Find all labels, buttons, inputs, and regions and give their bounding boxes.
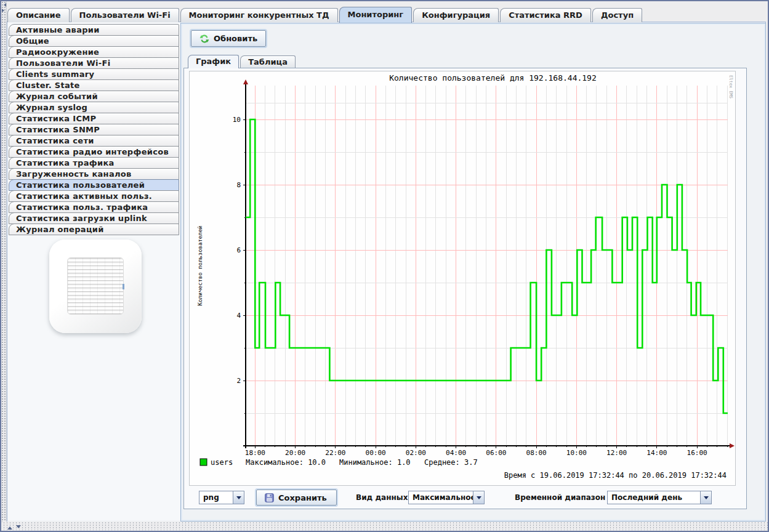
svg-text:22:00: 22:00 bbox=[325, 449, 345, 457]
device-led bbox=[123, 284, 124, 289]
splitter-expand-right-icon[interactable] bbox=[2, 9, 6, 12]
svg-text:02:00: 02:00 bbox=[406, 449, 426, 457]
legend-min: Минимальное: 1.0 bbox=[339, 458, 411, 467]
sidebar-list: Активные аварииОбщиеРадиоокружениеПользо… bbox=[8, 23, 180, 235]
sidebar-item-12[interactable]: Статистика радио интерфейсов bbox=[9, 146, 179, 158]
tab-graph[interactable]: График bbox=[188, 55, 239, 68]
time-range-select-value: Последний день bbox=[608, 493, 700, 502]
data-view-label: Вид данных bbox=[356, 493, 408, 502]
top-tab-4[interactable]: Мониторинг bbox=[339, 7, 413, 23]
splitter-down-icon[interactable] bbox=[16, 525, 21, 531]
svg-text:04:00: 04:00 bbox=[446, 449, 466, 457]
graph-tab-content: 18:0020:0022:0000:0002:0004:0006:0008:00… bbox=[183, 68, 747, 509]
svg-text:18:00: 18:00 bbox=[245, 449, 265, 457]
chevron-down-icon bbox=[704, 496, 709, 502]
splitter-collapse-left-icon[interactable] bbox=[2, 3, 6, 7]
users-series-line bbox=[246, 119, 728, 413]
status-bar bbox=[2, 522, 768, 530]
time-range-label: Временной диапазон bbox=[515, 493, 605, 502]
refresh-button[interactable]: Обновить bbox=[191, 30, 266, 47]
chart-controls: png bbox=[184, 490, 746, 508]
vertical-splitter[interactable] bbox=[1, 1, 7, 522]
save-button[interactable]: Сохранить bbox=[256, 490, 337, 506]
sidebar-item-17[interactable]: Статистика польз. трафика bbox=[9, 201, 179, 213]
top-tab-1[interactable]: Описание bbox=[7, 8, 70, 22]
chevron-down-icon bbox=[477, 496, 481, 502]
chevron-down-icon bbox=[236, 496, 241, 502]
svg-text:12:00: 12:00 bbox=[606, 449, 627, 457]
sidebar-item-9[interactable]: Статистика ICMP bbox=[9, 113, 179, 124]
svg-text:2: 2 bbox=[236, 377, 241, 385]
time-range-dropdown-button[interactable] bbox=[700, 491, 711, 504]
data-view-select-value: Максимальное bbox=[409, 493, 473, 502]
data-view-select[interactable]: Максимальное bbox=[408, 491, 485, 504]
splitter-up-icon[interactable] bbox=[7, 524, 12, 530]
sidebar-item-13[interactable]: Статистика трафика bbox=[9, 157, 179, 169]
format-select[interactable]: png bbox=[199, 491, 244, 504]
view-tab-bar: График Таблица bbox=[188, 55, 296, 68]
device-image bbox=[49, 240, 142, 333]
svg-text:10:00: 10:00 bbox=[566, 449, 587, 457]
tab-table[interactable]: Таблица bbox=[240, 55, 296, 68]
format-select-value: png bbox=[199, 493, 233, 502]
monitoring-panel: Обновить График Таблица 18:0020:0022:000… bbox=[180, 23, 766, 522]
svg-text:06:00: 06:00 bbox=[486, 449, 506, 457]
chart-ylabel: Количество пользователей bbox=[197, 225, 203, 305]
save-icon bbox=[265, 493, 274, 502]
svg-text:10: 10 bbox=[233, 116, 241, 124]
sidebar: Активные аварииОбщиеРадиоокружениеПользо… bbox=[8, 23, 180, 520]
svg-text:6: 6 bbox=[236, 246, 241, 254]
svg-text:16:00: 16:00 bbox=[687, 449, 707, 457]
svg-text:4: 4 bbox=[236, 312, 241, 320]
svg-text:20:00: 20:00 bbox=[285, 449, 305, 457]
sidebar-item-18[interactable]: Статистика загрузки uplink bbox=[9, 212, 179, 224]
time-range-select[interactable]: Последний день bbox=[607, 491, 712, 504]
sidebar-item-19[interactable]: Журнал операций bbox=[9, 224, 179, 235]
top-tab-bar: ОписаниеПользователи Wi-FiМониторинг кон… bbox=[7, 6, 642, 22]
sidebar-item-8[interactable]: Журнал syslog bbox=[9, 102, 179, 113]
sidebar-item-16[interactable]: Статистика активных польз. bbox=[9, 190, 179, 202]
legend-series-name: users bbox=[211, 458, 233, 467]
svg-text:00:00: 00:00 bbox=[366, 449, 386, 457]
app-window: ОписаниеПользователи Wi-FiМониторинг кон… bbox=[0, 0, 769, 532]
data-view-dropdown-button[interactable] bbox=[473, 491, 484, 504]
sidebar-item-7[interactable]: Журнал событий bbox=[9, 91, 179, 102]
top-tab-5[interactable]: Конфигурация bbox=[413, 8, 499, 22]
sidebar-item-15[interactable]: Статистика пользователей bbox=[9, 179, 179, 191]
svg-text:8: 8 bbox=[236, 181, 241, 189]
sidebar-item-3[interactable]: Радиоокружение bbox=[9, 46, 179, 58]
content-area: Активные аварииОбщиеРадиоокружениеПользо… bbox=[7, 22, 766, 522]
sidebar-item-1[interactable]: Активные аварии bbox=[9, 24, 179, 36]
save-label: Сохранить bbox=[278, 493, 327, 502]
sidebar-item-10[interactable]: Статистика SNMP bbox=[9, 124, 179, 135]
chart-frame: 18:0020:0022:0000:0002:0004:0006:0008:00… bbox=[189, 71, 736, 486]
top-tab-3[interactable]: Мониторинг конкурентных ТД bbox=[180, 8, 338, 22]
chart-watermark: Eltex EMS bbox=[728, 75, 733, 99]
chart-time-range: Время с 19.06.2019 17:32:44 по 20.06.201… bbox=[504, 471, 727, 480]
refresh-label: Обновить bbox=[214, 34, 257, 43]
legend-max: Максимальное: 10.0 bbox=[246, 458, 326, 467]
svg-text:08:00: 08:00 bbox=[526, 449, 547, 457]
sidebar-item-5[interactable]: Clients summary bbox=[9, 68, 179, 80]
sidebar-item-4[interactable]: Пользователи Wi-Fi bbox=[9, 57, 179, 69]
chart-title: Количество пользователей для 192.168.44.… bbox=[389, 73, 597, 83]
legend-avg: Среднее: 3.7 bbox=[424, 458, 478, 467]
sidebar-item-14[interactable]: Загруженность каналов bbox=[9, 168, 179, 180]
legend-swatch bbox=[200, 459, 207, 465]
top-tab-2[interactable]: Пользователи Wi-Fi bbox=[71, 8, 179, 22]
refresh-icon bbox=[199, 34, 209, 44]
device-grille bbox=[67, 257, 124, 315]
sidebar-item-2[interactable]: Общие bbox=[9, 35, 179, 47]
svg-text:14:00: 14:00 bbox=[646, 449, 667, 457]
format-select-dropdown-button[interactable] bbox=[233, 491, 244, 504]
top-tab-6[interactable]: Статистика RRD bbox=[500, 8, 591, 22]
sidebar-item-11[interactable]: Статистика сети bbox=[9, 135, 179, 147]
sidebar-item-6[interactable]: Cluster. State bbox=[9, 79, 179, 91]
top-tab-7[interactable]: Доступ bbox=[592, 8, 642, 22]
users-chart: 18:0020:0022:0000:0002:0004:0006:0008:00… bbox=[190, 71, 735, 485]
